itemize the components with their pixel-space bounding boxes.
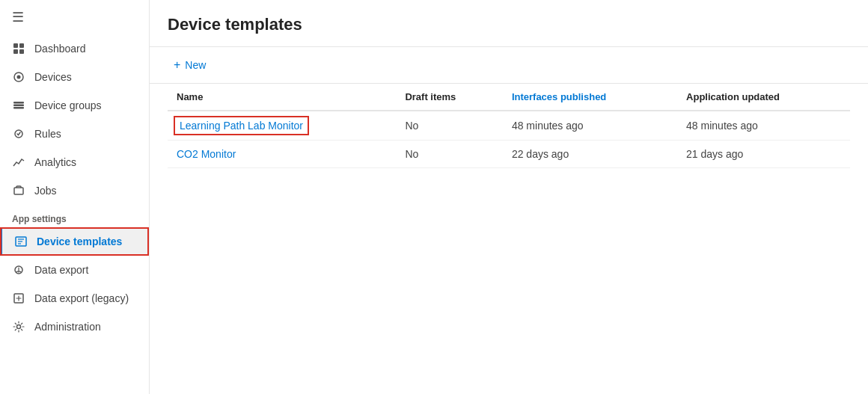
table-row: Learning Path Lab Monitor No 48 minutes … (168, 111, 850, 141)
svg-rect-0 (13, 43, 18, 48)
sidebar-item-label: Administration (34, 321, 101, 333)
column-draft-items: Draft items (396, 84, 503, 111)
sidebar-item-label: Jobs (34, 185, 57, 197)
sidebar-item-label: Dashboard (34, 43, 86, 55)
sidebar: ☰ Dashboard Devices Device groups Rules … (0, 0, 150, 394)
table-row: CO2 Monitor No 22 days ago 21 days ago (168, 141, 850, 168)
sidebar-item-label: Data export (34, 264, 88, 276)
plus-icon: + (174, 59, 180, 71)
svg-rect-9 (14, 188, 23, 194)
cell-draft-items: No (396, 111, 503, 141)
data-export-legacy-icon (12, 292, 25, 305)
devices-icon (12, 70, 25, 84)
sidebar-item-devices[interactable]: Devices (0, 63, 149, 91)
app-settings-label: App settings (0, 205, 149, 227)
new-button[interactable]: + New (168, 56, 212, 74)
svg-point-16 (17, 325, 21, 329)
column-application-updated: Application updated (677, 84, 850, 111)
cell-draft-items: No (396, 141, 503, 168)
cell-name: CO2 Monitor (168, 141, 396, 168)
jobs-icon (12, 184, 25, 197)
sidebar-item-label: Device templates (37, 236, 122, 247)
cell-interfaces-published: 48 minutes ago (503, 111, 677, 141)
svg-rect-7 (13, 105, 24, 107)
sidebar-item-rules[interactable]: Rules (0, 120, 149, 148)
dashboard-icon (12, 42, 25, 55)
sidebar-item-device-groups[interactable]: Device groups (0, 91, 149, 120)
cell-interfaces-published: 22 days ago (503, 141, 677, 168)
sidebar-item-jobs[interactable]: Jobs (0, 176, 149, 205)
column-interfaces-published[interactable]: Interfaces published (503, 84, 677, 111)
svg-rect-1 (19, 43, 24, 48)
analytics-icon (12, 156, 25, 169)
rules-icon (12, 127, 25, 141)
page-title: Device templates (150, 0, 868, 47)
svg-rect-8 (13, 107, 24, 109)
sidebar-item-dashboard[interactable]: Dashboard (0, 34, 149, 63)
cell-application-updated: 48 minutes ago (677, 111, 850, 141)
administration-icon (12, 320, 25, 333)
svg-rect-3 (19, 49, 24, 54)
device-templates-table: Name Draft items Interfaces published Ap… (150, 84, 868, 168)
sidebar-item-data-export[interactable]: Data export (0, 256, 149, 284)
svg-point-5 (17, 76, 21, 79)
sidebar-item-data-export-legacy[interactable]: Data export (legacy) (0, 284, 149, 313)
toolbar: + New (150, 47, 868, 84)
device-groups-icon (12, 99, 25, 112)
sidebar-item-label: Analytics (34, 156, 76, 168)
sidebar-item-administration[interactable]: Administration (0, 313, 149, 341)
svg-rect-2 (13, 49, 18, 54)
column-name: Name (168, 84, 396, 111)
sidebar-item-label: Device groups (34, 99, 102, 111)
device-templates-icon (14, 235, 28, 248)
cell-name: Learning Path Lab Monitor (168, 111, 396, 141)
sidebar-item-label: Rules (34, 128, 61, 140)
hamburger-icon[interactable]: ☰ (12, 9, 24, 25)
data-export-icon (12, 263, 25, 277)
device-template-link-co2[interactable]: CO2 Monitor (177, 148, 236, 160)
sidebar-item-label: Data export (legacy) (34, 292, 129, 304)
sidebar-item-analytics[interactable]: Analytics (0, 148, 149, 176)
sidebar-item-label: Devices (34, 71, 72, 83)
main-content: Device templates + New Name Draft items … (150, 0, 868, 394)
sidebar-item-device-templates[interactable]: Device templates (0, 227, 149, 256)
svg-rect-6 (13, 102, 24, 104)
sidebar-header: ☰ (0, 0, 149, 34)
device-template-link-learning-path[interactable]: Learning Path Lab Monitor (177, 119, 306, 132)
cell-application-updated: 21 days ago (677, 141, 850, 168)
table-header-row: Name Draft items Interfaces published Ap… (168, 84, 850, 111)
